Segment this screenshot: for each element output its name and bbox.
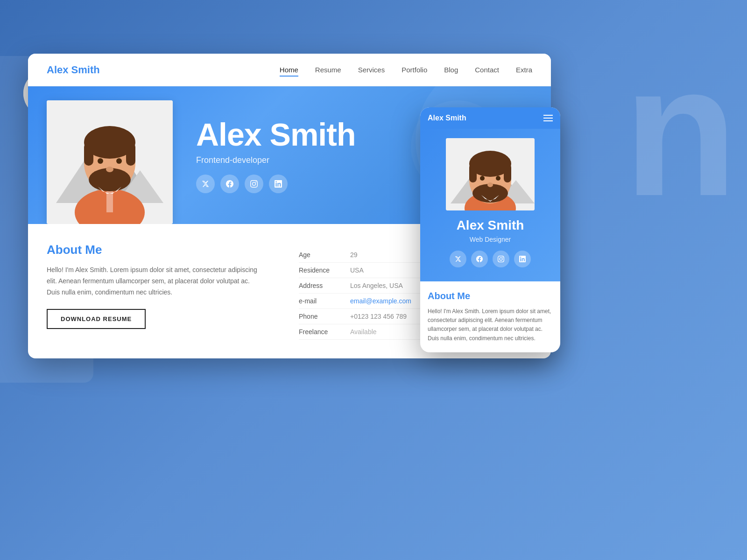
svg-rect-29 — [504, 164, 511, 182]
about-text: Hello! I'm Alex Smith. Lorem ipsum dolor… — [47, 265, 261, 298]
nav-item-home[interactable]: Home — [280, 66, 298, 74]
mobile-socials — [450, 251, 531, 267]
about-title: About Me — [47, 243, 280, 257]
mobile-social-linkedin[interactable] — [514, 251, 531, 267]
nav-link-contact[interactable]: Contact — [475, 66, 499, 76]
svg-point-31 — [480, 176, 485, 181]
mobile-social-instagram[interactable] — [493, 251, 509, 267]
info-label-address: Address — [299, 278, 350, 294]
nav-link-blog[interactable]: Blog — [444, 66, 458, 76]
svg-point-33 — [487, 182, 493, 187]
social-linkedin[interactable] — [269, 175, 288, 193]
hero-name: Alex Smith — [196, 117, 355, 152]
info-label-phone: Phone — [299, 309, 350, 324]
about-left: About Me Hello! I'm Alex Smith. Lorem ip… — [47, 243, 280, 340]
mobile-hero-name: Alex Smith — [457, 218, 524, 233]
about-title-plain: About — [47, 243, 82, 257]
logo-second: Smith — [71, 64, 100, 76]
mobile-nav-title: Alex Smith — [428, 114, 466, 122]
hero-subtitle: Frontend-developer — [196, 155, 355, 165]
svg-rect-19 — [106, 191, 113, 212]
mobile-avatar — [446, 138, 535, 210]
svg-point-16 — [106, 167, 113, 172]
navbar: Alex Smith Home Resume Services Portfoli… — [28, 54, 551, 86]
mobile-menu-icon[interactable] — [543, 115, 553, 121]
hero-socials — [196, 175, 355, 193]
svg-point-32 — [496, 176, 500, 181]
nav-link-resume[interactable]: Resume — [315, 66, 341, 76]
nav-item-resume[interactable]: Resume — [315, 66, 341, 74]
info-label-email: e-mail — [299, 294, 350, 309]
nav-item-blog[interactable]: Blog — [444, 66, 458, 74]
hero-avatar-svg — [47, 100, 173, 224]
mobile-social-facebook[interactable] — [471, 251, 488, 267]
info-label-residence: Residence — [299, 263, 350, 278]
svg-rect-11 — [84, 142, 93, 166]
hamburger-line-1 — [543, 115, 553, 116]
mobile-social-twitter[interactable] — [450, 251, 466, 267]
nav-link-services[interactable]: Services — [358, 66, 385, 76]
nav-logo[interactable]: Alex Smith — [47, 64, 100, 76]
download-resume-button[interactable]: DOWNLOAD RESUME — [47, 309, 146, 329]
info-label-freelance: Freelance — [299, 324, 350, 340]
svg-rect-28 — [469, 164, 477, 182]
social-instagram[interactable] — [245, 175, 263, 193]
nav-item-portfolio[interactable]: Portfolio — [402, 66, 427, 74]
hamburger-line-2 — [543, 118, 553, 119]
logo-first: Alex — [47, 64, 68, 76]
about-title-colored: Me — [85, 243, 102, 257]
mobile-about-title-colored: Me — [457, 291, 470, 301]
mobile-about-title: About Me — [428, 291, 553, 301]
mobile-hero-subtitle: Web Designer — [470, 236, 511, 243]
mobile-avatar-svg — [446, 138, 535, 210]
info-label-age: Age — [299, 247, 350, 263]
nav-item-services[interactable]: Services — [358, 66, 385, 74]
bg-letter: n — [624, 37, 738, 224]
nav-link-extra[interactable]: Extra — [516, 66, 532, 76]
hero-avatar-wrap — [47, 100, 173, 224]
nav-item-contact[interactable]: Contact — [475, 66, 499, 74]
svg-point-15 — [116, 158, 122, 164]
mobile-about-section: About Me Hello! I'm Alex Smith. Lorem ip… — [420, 281, 560, 352]
mobile-card: Alex Smith — [420, 107, 560, 352]
mobile-hero-section: Alex Smith Web Designer — [420, 129, 560, 281]
mobile-navbar: Alex Smith — [420, 107, 560, 129]
social-twitter[interactable] — [196, 175, 215, 193]
svg-rect-12 — [126, 142, 135, 166]
nav-item-extra[interactable]: Extra — [516, 66, 532, 74]
nav-link-portfolio[interactable]: Portfolio — [402, 66, 427, 76]
nav-links: Home Resume Services Portfolio Blog Cont… — [280, 66, 532, 74]
hamburger-line-3 — [543, 120, 553, 121]
hero-text: Alex Smith Frontend-developer — [196, 117, 355, 194]
social-facebook[interactable] — [220, 175, 239, 193]
nav-link-home[interactable]: Home — [280, 66, 298, 77]
mobile-about-title-plain: About — [428, 291, 455, 301]
mobile-about-text: Hello! I'm Alex Smith. Lorem ipsum dolor… — [428, 307, 553, 343]
svg-point-14 — [98, 158, 103, 164]
